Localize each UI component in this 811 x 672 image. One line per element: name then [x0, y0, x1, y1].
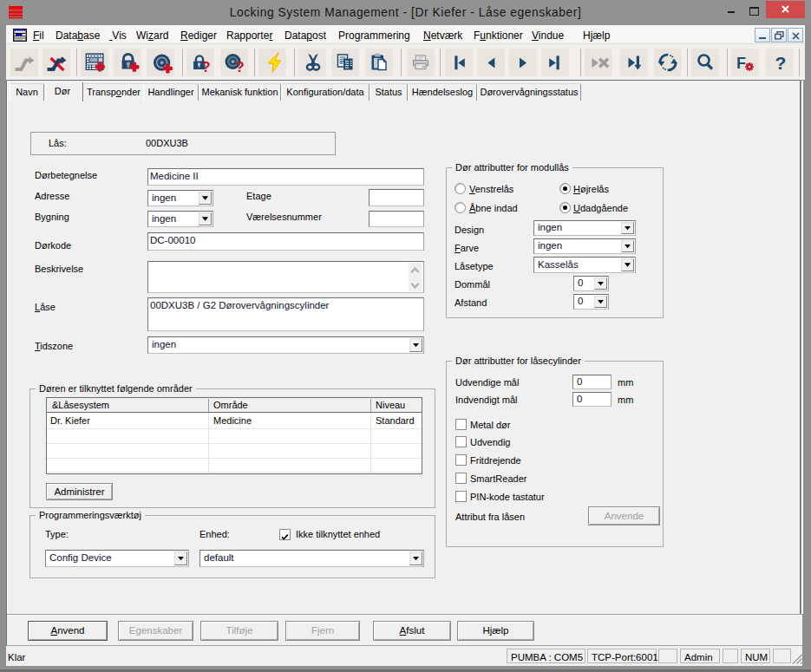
svg-text:?: ? [201, 59, 210, 75]
svg-text:?: ? [775, 53, 787, 73]
svg-text:F: F [736, 55, 746, 72]
svg-text:?: ? [235, 59, 244, 75]
